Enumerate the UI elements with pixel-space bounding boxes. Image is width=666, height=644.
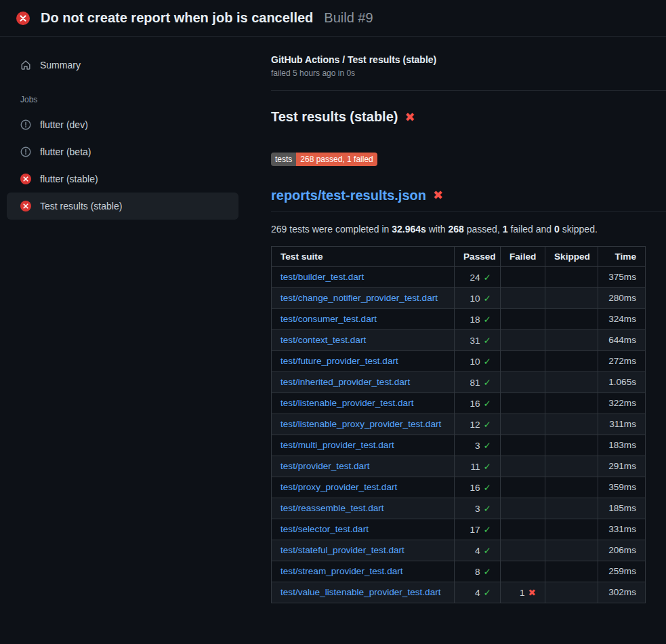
summary-failed-count: 1: [503, 224, 508, 235]
skipped-cell: [545, 540, 598, 561]
failed-cell: ✖: [501, 435, 545, 456]
test-suite-link[interactable]: test/value_listenable_provider_test.dart: [280, 587, 441, 597]
time-cell: 322ms: [598, 393, 646, 414]
x-icon: ✖: [404, 111, 415, 123]
table-row: test/stream_provider_test.dart 8✓ ✖ 259m…: [272, 561, 646, 582]
summary-total-time: 32.964s: [392, 224, 426, 235]
test-suite-link[interactable]: test/builder_test.dart: [280, 272, 364, 282]
failed-cell: ✖: [501, 371, 545, 393]
test-suite-link[interactable]: test/reassemble_test.dart: [280, 503, 384, 513]
passed-cell: 8✓: [455, 561, 501, 582]
table-row: test/change_notifier_provider_test.dart …: [272, 287, 646, 308]
report-title: reports/test-results.json ✖: [271, 188, 666, 212]
badge-value: 268 passed, 1 failed: [296, 153, 377, 166]
time-cell: 302ms: [598, 582, 646, 603]
failed-cell: ✖: [501, 561, 545, 582]
table-row: test/stateful_provider_test.dart 4✓ ✖ 20…: [272, 540, 646, 561]
passed-cell: 3✓: [455, 435, 501, 456]
sidebar-item-test-results-stable[interactable]: Test results (stable): [7, 193, 238, 220]
failed-status-icon: [16, 12, 30, 25]
summary-text: with: [426, 224, 449, 235]
skipped-cell: [545, 329, 598, 350]
test-suite-link[interactable]: test/future_provider_test.dart: [280, 356, 398, 366]
sidebar-item-flutter-stable[interactable]: flutter (stable): [7, 165, 238, 193]
failed-cell: 1✖: [501, 582, 545, 603]
failed-cell: ✖: [501, 498, 545, 519]
skipped-cell: [545, 414, 598, 435]
table-row: test/reassemble_test.dart 3✓ ✖ 185ms: [272, 498, 646, 519]
skipped-cell: [545, 287, 598, 308]
section-title: Test results (stable) ✖: [271, 109, 666, 125]
check-icon: ✓: [484, 525, 491, 535]
passed-cell: 4✓: [455, 582, 501, 603]
passed-cell: 3✓: [455, 498, 501, 519]
passed-cell: 10✓: [455, 287, 501, 308]
time-cell: 259ms: [598, 561, 646, 582]
time-cell: 206ms: [598, 540, 646, 561]
skipped-cell: [545, 456, 598, 477]
run-title: Do not create report when job is cancell…: [41, 10, 313, 26]
failed-cell: ✖: [501, 477, 545, 498]
sidebar-item-flutter-beta[interactable]: flutter (beta): [7, 138, 238, 165]
skipped-cell: [545, 498, 598, 519]
main-content: GitHub Actions / Test results (stable) f…: [255, 37, 666, 620]
run-meta: failed 5 hours ago in 0s: [271, 68, 666, 78]
test-suite-link[interactable]: test/proxy_provider_test.dart: [280, 482, 397, 492]
time-cell: 359ms: [598, 477, 646, 498]
test-suite-link[interactable]: test/stateful_provider_test.dart: [280, 545, 404, 555]
check-icon: ✓: [484, 378, 491, 388]
passed-cell: 12✓: [455, 414, 501, 435]
skipped-cell: [545, 350, 598, 371]
test-suite-link[interactable]: test/multi_provider_test.dart: [280, 440, 394, 450]
skipped-cell: [545, 393, 598, 414]
table-row: test/context_test.dart 31✓ ✖ 644ms: [272, 329, 646, 350]
skipped-cell: [545, 435, 598, 456]
passed-cell: 81✓: [455, 371, 501, 393]
table-row: test/proxy_provider_test.dart 16✓ ✖ 359m…: [272, 477, 646, 498]
sidebar-item-label: flutter (beta): [40, 146, 91, 157]
tests-badge: tests 268 passed, 1 failed: [271, 153, 377, 166]
summary-text: failed and: [508, 224, 555, 235]
badge-label: tests: [271, 153, 296, 166]
test-suite-link[interactable]: test/provider_test.dart: [280, 461, 369, 471]
test-suite-link[interactable]: test/listenable_proxy_provider_test.dart: [280, 419, 441, 429]
sidebar-item-summary[interactable]: Summary: [7, 52, 238, 79]
test-suite-link[interactable]: test/stream_provider_test.dart: [280, 566, 403, 576]
jobs-section-label: Jobs: [7, 79, 238, 111]
test-suite-link[interactable]: test/listenable_provider_test.dart: [280, 398, 413, 408]
time-cell: 644ms: [598, 329, 646, 350]
passed-cell: 17✓: [455, 519, 501, 540]
test-suite-link[interactable]: test/consumer_test.dart: [280, 314, 377, 324]
run-build-number: Build #9: [324, 10, 373, 26]
test-suite-link[interactable]: test/change_notifier_provider_test.dart: [280, 293, 438, 303]
table-row: test/value_listenable_provider_test.dart…: [272, 582, 646, 603]
failed-cell: ✖: [501, 393, 545, 414]
table-row: test/selector_test.dart 17✓ ✖ 331ms: [272, 519, 646, 540]
check-icon: ✓: [484, 483, 491, 493]
table-row: test/consumer_test.dart 18✓ ✖ 324ms: [272, 308, 646, 329]
failed-cell: ✖: [501, 519, 545, 540]
sidebar-item-label: Test results (stable): [40, 201, 122, 212]
passed-cell: 11✓: [455, 456, 501, 477]
table-row: test/provider_test.dart 11✓ ✖ 291ms: [272, 456, 646, 477]
table-row: test/future_provider_test.dart 10✓ ✖ 272…: [272, 350, 646, 371]
check-icon: ✓: [484, 462, 491, 472]
check-icon: ✓: [484, 315, 491, 325]
time-cell: 183ms: [598, 435, 646, 456]
passed-cell: 18✓: [455, 308, 501, 329]
skipped-cell: [545, 519, 598, 540]
passed-cell: 24✓: [455, 266, 501, 287]
passed-cell: 10✓: [455, 350, 501, 371]
test-suite-link[interactable]: test/context_test.dart: [280, 335, 366, 345]
column-header-test-suite: Test suite: [272, 246, 455, 266]
report-file-link[interactable]: reports/test-results.json: [271, 188, 426, 203]
test-suite-link[interactable]: test/inherited_provider_test.dart: [280, 377, 410, 387]
skipped-cell: [545, 561, 598, 582]
time-cell: 311ms: [598, 414, 646, 435]
failed-cell: ✖: [501, 287, 545, 308]
divider: [271, 90, 666, 91]
column-header-failed: Failed: [501, 246, 545, 266]
skipped-cell: [545, 308, 598, 329]
test-suite-link[interactable]: test/selector_test.dart: [280, 524, 369, 534]
sidebar-item-flutter-dev[interactable]: flutter (dev): [7, 111, 238, 138]
